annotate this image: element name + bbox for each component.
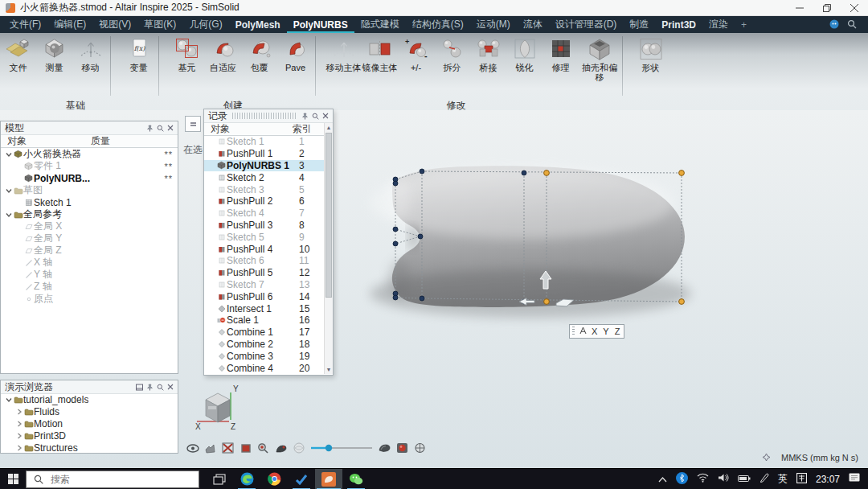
ribbon-tool-move[interactable]: 移动 [72, 35, 108, 72]
history-row[interactable]: Combine 117 [204, 327, 333, 339]
model-tree-row[interactable]: PolyNURB...** [1, 172, 178, 184]
notification-icon[interactable] [849, 473, 860, 485]
ribbon-tool-mirror-body[interactable]: 镜像主体 [362, 35, 398, 72]
menu-item-[interactable]: 流体 [517, 16, 549, 33]
pin-icon[interactable] [146, 384, 154, 391]
task-view-icon[interactable] [206, 469, 233, 489]
axis-snap-button-y[interactable]: Y [603, 327, 608, 336]
model-tree-row[interactable]: 小火箭换热器** [1, 148, 178, 160]
ribbon-tool-repair[interactable]: 修理 [542, 35, 579, 72]
model-tree-row[interactable]: 原点 [1, 293, 178, 305]
ribbon-tool-move-body[interactable]: 移动主体 [326, 35, 362, 72]
inspire-app-icon[interactable] [315, 469, 342, 489]
model-tree-row[interactable]: Sketch 1 [1, 196, 178, 208]
chrome-icon[interactable] [260, 469, 288, 489]
chevron-down-icon[interactable] [4, 187, 13, 194]
history-row[interactable]: PushPull 410 [204, 243, 333, 255]
ribbon-tool-sharpen[interactable]: 锐化 [506, 35, 542, 72]
close-icon[interactable] [167, 384, 174, 390]
search-icon[interactable] [312, 113, 319, 120]
search-icon[interactable] [157, 384, 164, 391]
battery-icon[interactable] [738, 474, 751, 485]
search-input[interactable] [49, 473, 170, 486]
history-row[interactable]: Sketch 11 [204, 136, 333, 148]
bluetooth-icon[interactable] [676, 472, 688, 487]
demo-tree-row[interactable]: Structures [1, 442, 178, 454]
units-icon[interactable] [763, 453, 770, 462]
close-button[interactable] [841, 0, 868, 15]
history-row[interactable]: Sketch 713 [204, 279, 333, 291]
history-row[interactable]: PolyNURBS 13 [204, 160, 333, 172]
view-cube[interactable]: Y X Z [195, 384, 239, 431]
menu-item-[interactable]: 隐式建模 [354, 16, 406, 33]
column-object[interactable]: 对象 [204, 122, 293, 136]
history-row[interactable]: Sketch 35 [204, 183, 333, 195]
model-tree-row[interactable]: 全局 Y [1, 232, 178, 244]
chevron-down-icon[interactable] [4, 397, 13, 403]
ribbon-tool-plus-minus[interactable]: +-+/- [398, 35, 434, 72]
drag-handle[interactable] [232, 113, 297, 119]
menu-item-f[interactable]: 文件(F) [3, 16, 47, 33]
history-row[interactable]: PushPull 38 [204, 220, 333, 232]
ribbon-tool-bridge[interactable]: 桥接 [470, 35, 506, 72]
model-tree-row[interactable]: 全局 Z [1, 244, 178, 257]
history-row[interactable]: PushPull 12 [204, 148, 333, 160]
chevron-right-icon[interactable] [14, 409, 23, 415]
close-icon[interactable] [322, 113, 329, 119]
menu-item-print3d[interactable]: Print3D [655, 16, 702, 33]
ribbon-tool-file[interactable]: 文件 [0, 35, 36, 72]
language-indicator[interactable]: 英 [778, 472, 788, 486]
drag-handle[interactable] [572, 327, 575, 336]
history-row[interactable]: PushPull 512 [204, 267, 333, 279]
history-row[interactable]: Sketch 59 [204, 231, 333, 243]
axis-snap-button-z[interactable]: Z [615, 327, 620, 336]
model-tree-row[interactable]: X 轴 [1, 257, 178, 269]
ribbon-tool-shapes[interactable]: 形状 [633, 35, 669, 72]
pen-icon[interactable] [760, 473, 769, 485]
ribbon-tool-shell-offset[interactable]: 抽壳和偏移 [579, 35, 620, 82]
axis-snap-button-x[interactable]: X [592, 327, 597, 336]
view-fit-icon[interactable] [238, 441, 253, 455]
chevron-down-icon[interactable] [4, 151, 13, 158]
model-tree-row[interactable]: 零件 1** [1, 160, 178, 172]
restore-button[interactable] [813, 0, 841, 15]
view-orbit-icon[interactable] [273, 441, 289, 455]
viewport[interactable]: Y X Z 模型 对象 质量 小火箭换热器**零件 1**PolyNURB...… [0, 110, 868, 468]
ribbon-tool-split[interactable]: 拆分 [434, 35, 470, 72]
taskbar-clock[interactable]: 23:07 [816, 474, 840, 485]
demo-tree-row[interactable]: Motion [1, 418, 178, 430]
check-app-icon[interactable] [288, 469, 315, 489]
history-row[interactable]: Sketch 47 [204, 208, 333, 220]
pin-icon[interactable] [301, 113, 309, 120]
menu-item-g[interactable]: 几何(G) [182, 16, 228, 33]
ribbon-tool-measure[interactable]: 测量 [36, 35, 72, 72]
ribbon-tool-wrap[interactable]: 包覆 [241, 35, 277, 72]
center-rotation-icon[interactable] [412, 441, 428, 455]
view-zoom-icon[interactable] [256, 441, 271, 455]
help-icon[interactable] [829, 18, 839, 32]
history-row[interactable]: Combine 218 [204, 339, 333, 351]
history-row[interactable]: Sketch 611 [204, 255, 333, 267]
wifi-icon[interactable] [697, 473, 709, 485]
menu-item-v[interactable]: 视图(V) [92, 16, 137, 33]
demo-tree-row[interactable]: Fluids [1, 406, 178, 418]
ime-icon[interactable] [796, 473, 807, 486]
shaded-view-icon[interactable] [377, 441, 392, 455]
model-tree-row[interactable]: 草图 [1, 184, 178, 196]
menu-item-m[interactable]: 运动(M) [470, 16, 517, 33]
history-row[interactable]: Scale 116 [204, 314, 333, 327]
dock-icon[interactable] [136, 384, 143, 391]
volume-icon[interactable] [718, 473, 729, 485]
demo-tree-row[interactable]: tutorial_models [1, 394, 178, 406]
history-row[interactable]: Intersect 115 [204, 302, 333, 314]
menu-item-d[interactable]: 设计管理器(D) [549, 16, 624, 33]
menu-item-e[interactable]: 编辑(E) [47, 16, 92, 33]
menu-item-[interactable]: 制造 [623, 16, 655, 33]
menu-item-[interactable]: + [735, 16, 753, 33]
search-icon[interactable] [847, 18, 857, 32]
menu-item-polymesh[interactable]: PolyMesh [229, 16, 287, 33]
chevron-right-icon[interactable] [14, 433, 23, 439]
wechat-icon[interactable] [342, 469, 370, 489]
scrollbar-thumb[interactable] [326, 133, 332, 298]
view-pan-icon[interactable] [203, 441, 218, 455]
